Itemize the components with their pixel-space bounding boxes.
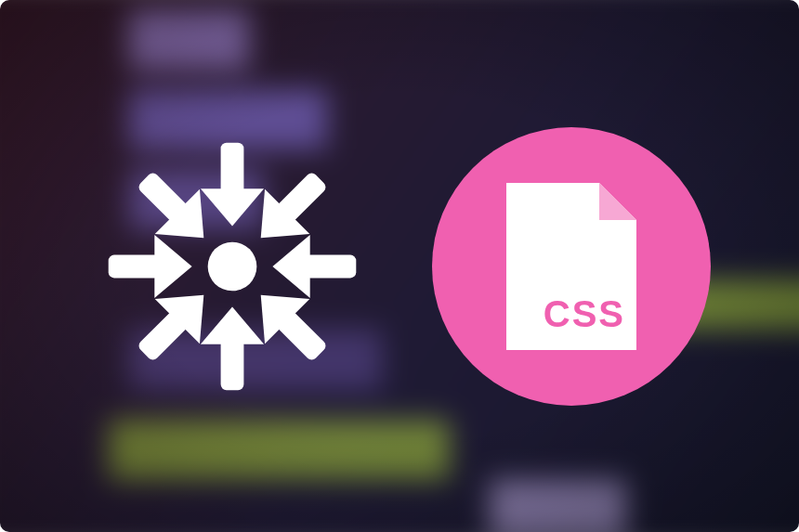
converge-arrows-icon bbox=[88, 123, 376, 410]
svg-marker-2 bbox=[201, 188, 264, 226]
svg-rect-1 bbox=[221, 142, 244, 194]
hero-graphic: CSS bbox=[0, 0, 799, 532]
content-row: CSS bbox=[0, 0, 799, 532]
css-badge: CSS bbox=[432, 127, 711, 406]
svg-point-0 bbox=[208, 241, 257, 291]
css-file-label: CSS bbox=[544, 293, 625, 335]
css-file-icon: CSS bbox=[506, 183, 636, 350]
